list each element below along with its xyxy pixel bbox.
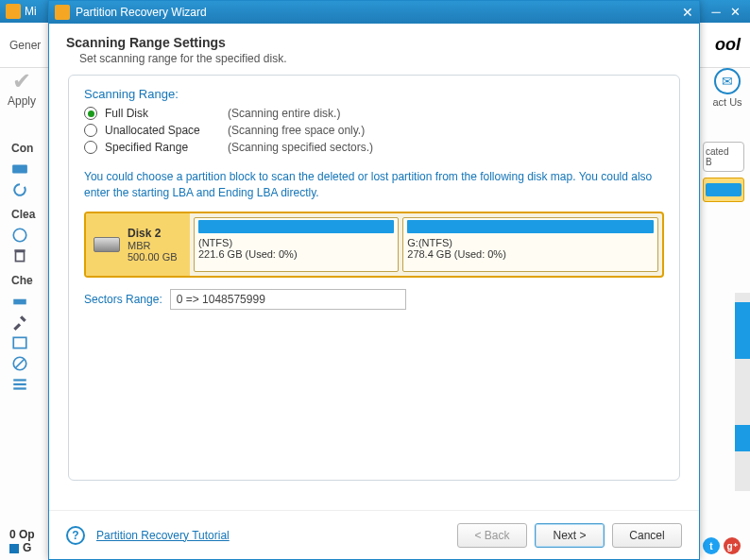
legend-g: G [23,541,31,554]
partition-recovery-dialog: Partition Recovery Wizard ✕ Scanning Ran… [48,0,700,560]
radio-desc: (Scanning free space only.) [228,124,365,137]
partition-1[interactable]: G:(NTFS) 278.4 GB (Used: 0%) [402,217,658,272]
radio-specified[interactable]: Specified Range (Scanning specified sect… [84,141,664,154]
partition-bar [407,220,654,233]
radio-full-disk[interactable]: Full Disk (Scanning entire disk.) [84,107,664,120]
side-clean-label: Clea [11,208,49,221]
disk-block-b: B [706,157,741,167]
disk-map: Disk 2 MBR 500.00 GB (NTFS) 221.6 GB (Us… [84,212,664,278]
radio-icon [84,141,97,154]
partition-label: (NTFS) [198,237,394,248]
next-button[interactable]: Next > [535,523,605,548]
app-logo: ool [715,35,741,55]
radio-label: Specified Range [105,141,228,154]
legend-square [9,544,19,553]
radio-desc: (Scanning entire disk.) [228,107,340,120]
radio-label: Unallocated Space [105,124,228,137]
partition-size: 278.4 GB (Used: 0%) [407,248,654,260]
disk-scheme: MBR [128,240,178,251]
radio-unallocated[interactable]: Unallocated Space (Scanning free space o… [84,124,664,137]
partition-bar [198,220,394,233]
calendar-icon[interactable] [11,334,28,351]
scanning-range-group: Scanning Range: Full Disk (Scanning enti… [68,75,680,481]
dialog-header-sub: Set scanning range for the specified dis… [79,52,680,65]
checkmark-icon: ✔ [12,68,31,94]
side-check-label: Che [11,274,49,287]
dialog-footer: ? Partition Recovery Tutorial < Back Nex… [49,510,699,559]
close-main-button[interactable]: ✕ [725,5,744,19]
radio-icon [84,107,97,120]
ops-label: 0 Op [9,528,35,541]
disk-partitions: (NTFS) 221.6 GB (Used: 0%) G:(NTFS) 278.… [190,213,662,276]
globe-icon[interactable] [11,227,28,244]
right-actions: ✉ act Us [705,68,750,108]
radio-label: Full Disk [105,107,228,120]
radio-icon [84,124,97,137]
disk-block-cated: cated [706,146,741,157]
disk-size: 500.00 GB [128,251,178,263]
bed-icon[interactable] [11,293,28,310]
disk-icon[interactable] [11,161,28,178]
partition-size: 221.6 GB (Used: 0%) [198,248,394,260]
disk-name: Disk 2 [128,227,178,240]
dialog-header-title: Scanning Range Settings [66,35,680,50]
sectors-label: Sectors Range: [84,293,162,306]
svg-rect-8 [13,379,26,381]
svg-rect-2 [16,252,25,262]
general-tab[interactable]: Gener [9,39,41,52]
sectors-range-input[interactable] [170,289,406,310]
help-icon[interactable]: ? [66,526,85,545]
trash-icon[interactable] [11,247,28,264]
hdd-icon [94,237,120,252]
minimize-button[interactable]: ─ [707,5,725,19]
svg-rect-9 [13,383,26,385]
apply-label: Apply [8,94,36,108]
dialog-body: Scanning Range: Full Disk (Scanning enti… [49,75,699,510]
sectors-range-row: Sectors Range: [84,289,664,310]
footer-ops: 0 Op G [9,528,35,554]
gplus-icon[interactable]: g⁺ [724,537,741,554]
sidebar: Con Clea Che [11,132,49,397]
mail-icon[interactable]: ✉ [714,68,741,94]
dialog-header: Scanning Range Settings Set scanning ran… [49,24,699,75]
back-button[interactable]: < Back [457,523,527,548]
partition-0[interactable]: (NTFS) 221.6 GB (Used: 0%) [194,217,399,272]
right-disk-list: cated B [703,142,744,202]
list-icon[interactable] [11,376,28,393]
partition-label: G:(NTFS) [407,237,654,248]
twitter-icon[interactable]: t [703,537,720,554]
dialog-close-button[interactable]: ✕ [682,5,693,20]
radio-desc: (Scanning specified sectors.) [228,141,373,154]
svg-point-1 [13,229,26,242]
help-link[interactable]: Partition Recovery Tutorial [96,529,230,542]
svg-rect-10 [13,387,26,389]
disk-block-1[interactable]: cated B [703,142,744,172]
dialog-titlebar: Partition Recovery Wizard ✕ [49,1,699,24]
side-convert-label: Con [11,142,49,155]
scrollbar-thumb2[interactable] [735,425,750,451]
stop-icon[interactable] [11,355,28,372]
svg-rect-4 [13,299,26,305]
svg-rect-5 [13,337,26,348]
scrollbar-thumb[interactable] [735,302,750,359]
app-icon [6,4,21,19]
dialog-icon [55,5,70,20]
cancel-button[interactable]: Cancel [612,523,682,548]
svg-rect-0 [12,165,27,174]
refresh-icon[interactable] [11,181,28,198]
contact-label: act Us [712,96,741,108]
group-legend: Scanning Range: [84,87,664,101]
svg-line-7 [16,360,25,368]
disk-block-selected[interactable] [703,178,744,202]
tools-icon[interactable] [11,314,28,331]
dialog-title: Partition Recovery Wizard [76,6,207,19]
disk-info[interactable]: Disk 2 MBR 500.00 GB [86,213,190,276]
svg-rect-3 [14,249,25,251]
instructions-text: You could choose a partition block to sc… [84,169,664,202]
apply-action[interactable]: ✔ Apply [8,68,36,108]
app-title: Mi [25,5,37,18]
